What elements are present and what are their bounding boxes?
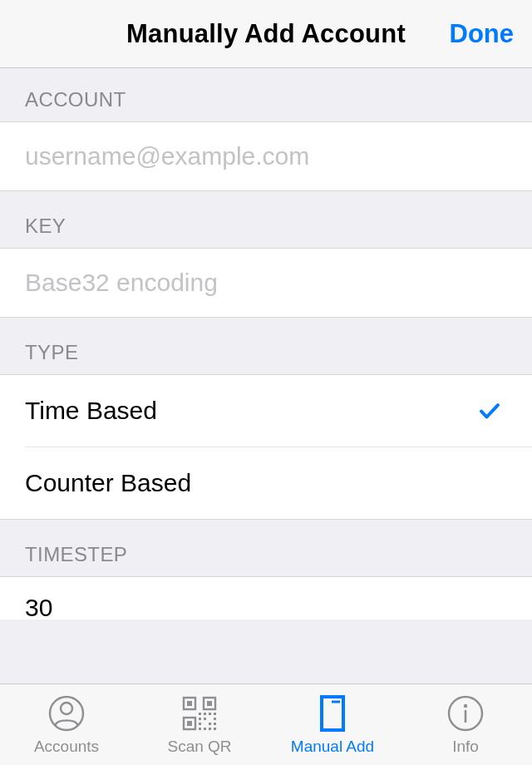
section-header-key: KEY bbox=[0, 191, 532, 248]
type-group: Time Based Counter Based bbox=[0, 374, 532, 520]
svg-rect-7 bbox=[187, 721, 192, 726]
tab-label: Manual Add bbox=[291, 738, 374, 756]
document-icon bbox=[313, 694, 352, 733]
tab-label: Scan QR bbox=[167, 738, 231, 756]
page-title: Manually Add Account bbox=[126, 19, 406, 49]
timestep-cell[interactable]: 30 bbox=[0, 576, 532, 619]
section-header-type: TYPE bbox=[0, 318, 532, 374]
info-icon bbox=[446, 694, 485, 733]
type-option-counter-based[interactable]: Counter Based bbox=[25, 447, 532, 519]
svg-rect-12 bbox=[199, 718, 201, 720]
checkmark-icon bbox=[477, 398, 502, 423]
svg-rect-18 bbox=[204, 728, 206, 730]
qr-icon bbox=[180, 694, 219, 733]
person-icon bbox=[47, 694, 86, 733]
type-option-label: Time Based bbox=[25, 397, 157, 425]
svg-point-25 bbox=[464, 703, 467, 707]
svg-rect-9 bbox=[204, 713, 206, 715]
done-button[interactable]: Done bbox=[450, 19, 515, 49]
svg-rect-16 bbox=[209, 723, 211, 725]
svg-point-1 bbox=[61, 703, 72, 714]
svg-rect-19 bbox=[214, 728, 216, 730]
account-input[interactable] bbox=[25, 142, 507, 170]
tab-accounts[interactable]: Accounts bbox=[0, 684, 133, 765]
svg-rect-20 bbox=[209, 728, 211, 730]
svg-rect-5 bbox=[207, 701, 212, 706]
account-cell[interactable] bbox=[0, 121, 532, 191]
type-option-label: Counter Based bbox=[25, 469, 191, 497]
svg-rect-3 bbox=[187, 701, 192, 706]
section-header-timestep: TIMESTEP bbox=[0, 520, 532, 576]
tab-label: Accounts bbox=[34, 738, 99, 756]
tab-scan-qr[interactable]: Scan QR bbox=[133, 684, 266, 765]
tab-manual-add[interactable]: Manual Add bbox=[266, 684, 399, 765]
tab-label: Info bbox=[452, 738, 479, 756]
key-input[interactable] bbox=[25, 269, 507, 297]
timestep-value: 30 bbox=[25, 594, 52, 619]
type-option-time-based[interactable]: Time Based bbox=[0, 375, 532, 447]
key-cell[interactable] bbox=[0, 248, 532, 318]
svg-rect-13 bbox=[199, 723, 201, 725]
navbar: Manually Add Account Done bbox=[0, 0, 532, 68]
svg-rect-10 bbox=[209, 713, 211, 715]
svg-rect-14 bbox=[199, 728, 201, 730]
tabbar: Accounts bbox=[0, 684, 532, 765]
svg-rect-11 bbox=[214, 713, 216, 715]
svg-rect-15 bbox=[204, 718, 206, 720]
tab-info[interactable]: Info bbox=[399, 684, 532, 765]
svg-rect-8 bbox=[199, 713, 201, 715]
svg-rect-21 bbox=[214, 723, 216, 725]
section-header-account: ACCOUNT bbox=[0, 68, 532, 121]
svg-rect-17 bbox=[214, 718, 216, 720]
